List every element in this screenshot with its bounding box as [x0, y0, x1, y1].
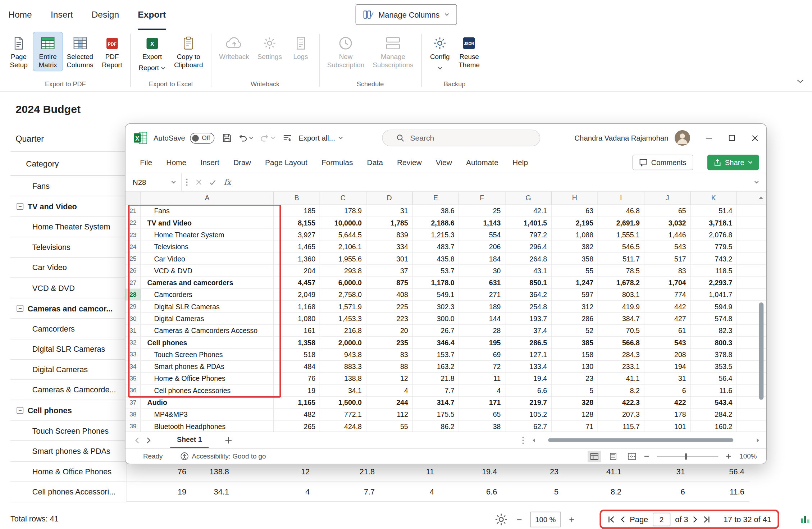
cell-K25[interactable]: 743.2: [691, 253, 737, 265]
sidebar-row[interactable]: Home Theater System: [10, 217, 127, 237]
cell-H31[interactable]: 52: [552, 325, 598, 337]
cell-G31[interactable]: 37.4: [505, 325, 552, 337]
cell-D31[interactable]: 20: [366, 325, 413, 337]
column-header-A[interactable]: A: [141, 192, 274, 205]
cell-E30[interactable]: 300.0: [413, 313, 459, 325]
row-header-24[interactable]: 24: [126, 241, 141, 253]
cell-C29[interactable]: 1,571.9: [320, 301, 366, 313]
column-header-B[interactable]: B: [274, 192, 320, 205]
cell-A34[interactable]: Smart phones & PDAs: [141, 361, 274, 373]
column-header-F[interactable]: F: [459, 192, 506, 205]
column-header-E[interactable]: E: [413, 192, 459, 205]
cell-B23[interactable]: 3,927: [274, 229, 320, 241]
cell-K28[interactable]: 1,041.7: [691, 289, 737, 301]
cell-D23[interactable]: 839: [366, 229, 413, 241]
collapse-icon[interactable]: [17, 203, 23, 210]
cell-K22[interactable]: 3,718.1: [691, 217, 737, 229]
cell-G23[interactable]: 797.2: [505, 229, 552, 241]
cell-J26[interactable]: 83: [644, 265, 691, 277]
cell-B29[interactable]: 1,168: [274, 301, 320, 313]
cell-F24[interactable]: 206: [459, 241, 506, 253]
cell-E26[interactable]: 53.7: [413, 265, 459, 277]
cell-G38[interactable]: 105.2: [505, 409, 552, 420]
cell-A26[interactable]: VCD & DVD: [141, 265, 274, 277]
entire-matrix-button[interactable]: EntireMatrix: [33, 32, 63, 71]
cell-H28[interactable]: 597: [552, 289, 598, 301]
cell-F21[interactable]: 25: [459, 205, 506, 217]
cell-C34[interactable]: 883.3: [320, 361, 366, 373]
cell-D32[interactable]: 235: [366, 337, 413, 348]
cell-J28[interactable]: 774: [644, 289, 691, 301]
cell-A24[interactable]: Televisions: [141, 241, 274, 253]
cell-E34[interactable]: 163.2: [413, 361, 459, 373]
cell-I39[interactable]: 115.7: [598, 420, 644, 431]
excel-menu-data[interactable]: Data: [367, 158, 383, 167]
cell-I38[interactable]: 207.3: [598, 409, 644, 420]
sidebar-row[interactable]: Cameras and camcor...: [10, 298, 127, 319]
cell-G26[interactable]: 43.1: [505, 265, 552, 277]
cell-H33[interactable]: 158: [552, 349, 598, 361]
cell-F29[interactable]: 189: [459, 301, 506, 313]
scroll-up-icon[interactable]: [758, 196, 763, 199]
cell-H39[interactable]: 71: [552, 420, 598, 431]
cell-G29[interactable]: 254.8: [505, 301, 552, 313]
cell-C35[interactable]: 138.8: [320, 373, 366, 384]
sidebar-row[interactable]: Digital SLR Cameras: [10, 339, 127, 360]
cell-G37[interactable]: 219.7: [505, 397, 552, 409]
cell-G24[interactable]: 296.4: [505, 241, 552, 253]
cell-K33[interactable]: 378.8: [691, 349, 737, 361]
cell-G27[interactable]: 850.1: [505, 277, 552, 289]
page-number-input[interactable]: [653, 512, 670, 526]
cell-D27[interactable]: 875: [366, 277, 413, 289]
cell-A36[interactable]: Cell phones Accessories: [141, 385, 274, 397]
cell-I30[interactable]: 384.7: [598, 313, 644, 325]
cell-I25[interactable]: 511.7: [598, 253, 644, 265]
excel-zoom-level[interactable]: 100%: [739, 452, 757, 460]
cell-K31[interactable]: 82.3: [691, 325, 737, 337]
cell-D30[interactable]: 223: [366, 313, 413, 325]
cell-H32[interactable]: 385: [552, 337, 598, 348]
cell-F23[interactable]: 554: [459, 229, 506, 241]
excel-menu-home[interactable]: Home: [166, 158, 186, 167]
cell-B22[interactable]: 8,155: [274, 217, 320, 229]
excel-menu-draw[interactable]: Draw: [233, 158, 251, 167]
excel-menu-insert[interactable]: Insert: [200, 158, 219, 167]
cell-A31[interactable]: Cameras & Camcorders Accesso: [141, 325, 274, 337]
cell-B34[interactable]: 484: [274, 361, 320, 373]
row-header-34[interactable]: 34: [126, 361, 141, 373]
cell-A38[interactable]: MP4&MP3: [141, 409, 274, 420]
cell-K27[interactable]: 2,293.7: [691, 277, 737, 289]
cancel-icon[interactable]: [196, 179, 202, 185]
cell-F38[interactable]: 65: [459, 409, 506, 420]
cell-J33[interactable]: 208: [644, 349, 691, 361]
avatar[interactable]: [675, 130, 690, 146]
cell-C37[interactable]: 1,500.0: [320, 397, 366, 409]
sheet-tab[interactable]: Sheet 1: [170, 432, 209, 448]
cell-J24[interactable]: 543: [644, 241, 691, 253]
cell-A39[interactable]: Bluetooth Headphones: [141, 420, 274, 431]
cell-I21[interactable]: 46.8: [598, 205, 644, 217]
cell-D37[interactable]: 244: [366, 397, 413, 409]
cell-B39[interactable]: 265: [274, 420, 320, 431]
sidebar-row[interactable]: TV and Video: [10, 196, 127, 217]
cell-F33[interactable]: 69: [459, 349, 506, 361]
formula-input[interactable]: [235, 173, 754, 191]
cell-E24[interactable]: 483.7: [413, 241, 459, 253]
cell-C21[interactable]: 178.9: [320, 205, 366, 217]
cell-J38[interactable]: 178: [644, 409, 691, 420]
cell-F39[interactable]: 38: [459, 420, 506, 431]
row-header-28[interactable]: 28: [126, 289, 141, 301]
cell-D22[interactable]: 1,785: [366, 217, 413, 229]
cell-D34[interactable]: 88: [366, 361, 413, 373]
page-layout-view-button[interactable]: [606, 451, 620, 462]
ribbon-collapse-chevron-icon[interactable]: [797, 79, 804, 83]
cell-A27[interactable]: Cameras and camcorders: [141, 277, 274, 289]
cell-A37[interactable]: Audio: [141, 397, 274, 409]
cell-B25[interactable]: 1,360: [274, 253, 320, 265]
cell-E29[interactable]: 302.3: [413, 301, 459, 313]
cell-A32[interactable]: Cell phones: [141, 337, 274, 348]
cell-J30[interactable]: 427: [644, 313, 691, 325]
row-header-33[interactable]: 33: [126, 349, 141, 361]
excel-menu-help[interactable]: Help: [512, 158, 528, 167]
reuse-theme-button[interactable]: JSONReuseTheme: [455, 32, 484, 71]
